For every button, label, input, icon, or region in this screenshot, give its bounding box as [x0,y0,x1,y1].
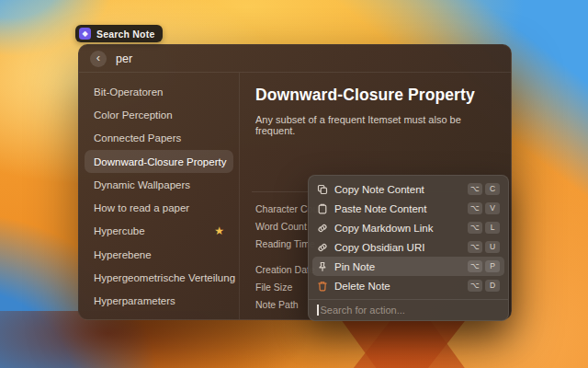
sidebar-item-hypercube[interactable]: Hypercube ★ [85,220,233,243]
clipboard-icon [317,203,328,214]
sidebar-item-label: Connected Papers [94,132,181,144]
shortcut-keys: ⌥ L [468,222,500,234]
keycap-letter: P [485,260,500,272]
keycap-letter: L [485,222,500,234]
sidebar-item-label: How to read a paper [94,202,189,213]
action-search-input[interactable]: Search for action... [309,300,508,320]
text-cursor [317,305,319,316]
sidebar-item-label: Downward-Closure Property [94,156,226,167]
back-button[interactable]: ‹ [90,51,107,67]
sidebar-item-dynamic-wallpapers[interactable]: Dynamic Wallpapers [85,173,233,196]
chevron-left-icon: ‹ [96,52,100,63]
command-title-badge: ◆ Search Note [75,25,163,42]
sidebar-item-label: Hyperebene [94,249,152,260]
sidebar-item-label: Hypercube [94,225,145,236]
keycap-letter: V [485,202,500,214]
keycap-option: ⌥ [468,183,482,195]
keycap-letter: C [485,183,500,195]
menu-item-label: Delete Note [334,281,390,292]
sidebar-item-hyperebene[interactable]: Hyperebene [85,243,233,266]
copy-icon [317,184,328,195]
obsidian-icon: ◆ [79,28,91,40]
shortcut-keys: ⌥ U [468,241,500,253]
search-bar: ‹ per [79,45,511,73]
keycap-letter: U [485,241,500,253]
action-menu: Copy Note Content ⌥ C Paste Note Content… [308,175,509,321]
trash-icon [317,281,328,292]
note-subtitle: Any subset of a frequent Itemset must al… [255,114,494,136]
menu-item-label: Copy Obsidian URI [334,242,424,253]
action-search-placeholder: Search for action... [321,305,405,316]
sidebar-item-label: Bit-Operatoren [94,86,163,98]
sidebar-item-label: Hypergeometrische Verteilung [94,272,235,283]
menu-item-copy-markdown-link[interactable]: Copy Markdown Link ⌥ L [312,218,504,237]
menu-item-copy-note-content[interactable]: Copy Note Content ⌥ C [312,179,504,199]
menu-item-delete-note[interactable]: Delete Note ⌥ D [312,276,504,295]
keycap-option: ⌥ [468,222,482,234]
sidebar-item-downward-closure-property[interactable]: Downward-Closure Property [85,150,233,173]
action-menu-items: Copy Note Content ⌥ C Paste Note Content… [309,176,508,299]
sidebar-item-how-to-read-a-paper[interactable]: How to read a paper [85,196,233,219]
sidebar-item-label: Color Perception [94,109,173,121]
menu-item-pin-note[interactable]: Pin Note ⌥ P [312,257,504,276]
sidebar-item-hypergeometrische-verteilung[interactable]: Hypergeometrische Verteilung [85,266,233,289]
sidebar-item-hyperparameters[interactable]: Hyperparameters [85,290,233,313]
sidebar-item-label: Dynamic Wallpapers [94,179,190,190]
keycap-option: ⌥ [468,260,482,272]
sidebar-item-color-perception[interactable]: Color Perception [85,103,233,126]
menu-item-copy-obsidian-uri[interactable]: Copy Obsidian URI ⌥ U [312,237,504,257]
shortcut-keys: ⌥ P [468,260,500,272]
keycap-option: ⌥ [468,241,482,253]
sidebar-item-label: Hyperparameters [94,295,175,306]
sidebar-item-connected-papers[interactable]: Connected Papers [85,127,233,150]
menu-item-paste-note-content[interactable]: Paste Note Content ⌥ V [312,199,504,218]
menu-item-label: Copy Markdown Link [334,223,433,234]
keycap-option: ⌥ [468,280,482,292]
search-input[interactable]: per [116,52,132,65]
menu-item-label: Pin Note [334,261,375,272]
sidebar-item-bit-operatoren[interactable]: Bit-Operatoren [85,80,233,103]
link-icon [317,223,328,234]
notes-sidebar: Bit-Operatoren Color Perception Connecte… [79,73,240,320]
menu-item-label: Copy Note Content [334,184,424,195]
menu-item-label: Paste Note Content [334,203,426,214]
badge-label: Search Note [96,29,154,40]
shortcut-keys: ⌥ V [468,202,500,214]
shortcut-keys: ⌥ D [468,280,500,292]
keycap-option: ⌥ [468,202,482,214]
shortcut-keys: ⌥ C [468,183,500,195]
link-icon [317,242,328,253]
keycap-letter: D [485,280,500,292]
note-title: Downward-Closure Property [255,86,494,105]
star-icon: ★ [214,225,224,236]
pin-icon [317,261,328,272]
